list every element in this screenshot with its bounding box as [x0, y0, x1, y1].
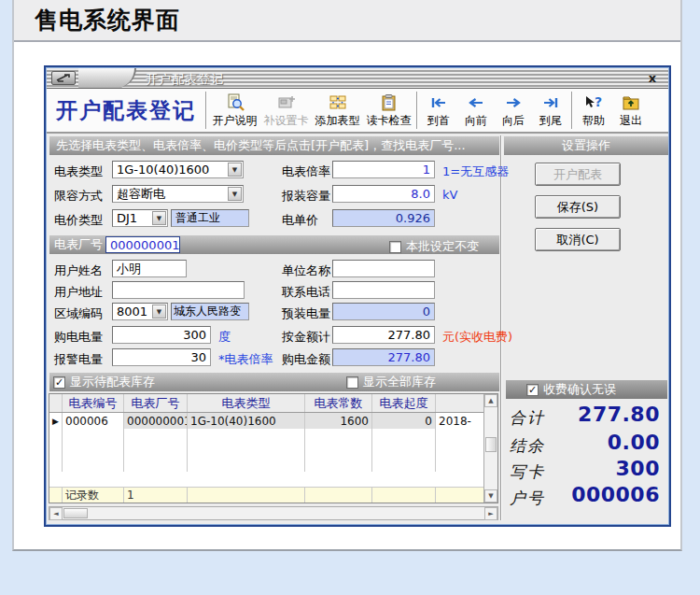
show-all-stock-option[interactable]: 显示全部库存: [346, 374, 436, 390]
price-type-label: 电价类型: [54, 212, 103, 229]
user-name-value: 小明: [117, 261, 141, 277]
header-constant[interactable]: 电表常数: [305, 394, 372, 412]
user-name-field[interactable]: 小明: [112, 260, 187, 277]
header-meter-no[interactable]: 电表编号: [63, 394, 124, 412]
show-pending-stock-checkbox[interactable]: ✓: [53, 376, 65, 389]
meter-ratio-field[interactable]: 1: [332, 161, 435, 178]
stock-bar: ✓ 显示待配表库存 显示全部库存: [49, 373, 499, 391]
org-name-field[interactable]: [332, 260, 435, 277]
toolbar-button-label: 开户说明: [213, 113, 258, 129]
purchase-amt-field: 277.80: [332, 348, 435, 366]
purchase-qty-field[interactable]: 300: [112, 326, 211, 344]
save-button[interactable]: 保存(S): [535, 195, 621, 219]
header-start[interactable]: 电表起度: [372, 394, 436, 412]
phone-field[interactable]: [332, 281, 435, 299]
goto-last-button[interactable]: 到尾: [532, 90, 569, 131]
user-name-label: 用户姓名: [54, 262, 103, 279]
help-button[interactable]: ? 帮助: [575, 90, 612, 131]
purchase-amt-value: 277.80: [388, 350, 431, 364]
next-record-button[interactable]: 向后: [495, 90, 532, 131]
capacity-field[interactable]: 8.0: [332, 185, 435, 203]
area-code-label: 区域编码: [54, 305, 103, 322]
app-icon: [51, 71, 76, 85]
toolbar-button-label: 添加表型: [315, 113, 360, 129]
factory-label: 电表厂号: [54, 236, 103, 253]
dialog-window: 开户配表登记 x 开户配表登记 开户说明 补设置卡: [44, 65, 671, 527]
preload-label: 预装电量: [282, 305, 330, 322]
page-header: 售电系统界面: [14, 0, 680, 42]
dropdown-icon[interactable]: ▼: [152, 305, 166, 319]
write-card-value: 300: [616, 457, 660, 480]
cell-date: 2018-: [436, 413, 484, 429]
record-count-label: 记录数: [63, 488, 124, 503]
price-type-value: DJ1: [117, 211, 137, 225]
batch-keep-option[interactable]: 本批设定不变: [389, 238, 479, 255]
limit-mode-select[interactable]: 超容断电 ▼: [112, 185, 244, 203]
dropdown-icon[interactable]: ▼: [228, 187, 242, 201]
area-code-select[interactable]: 8001 ▼: [112, 303, 168, 320]
scroll-down-icon[interactable]: ▼: [484, 489, 497, 503]
meter-type-select[interactable]: 1G-10(40)1600 ▼: [112, 161, 244, 178]
factory-field[interactable]: 0000000010: [105, 236, 180, 253]
table-footer-row: 记录数 1: [49, 487, 484, 503]
goto-first-button[interactable]: 到首: [420, 90, 457, 131]
assign-meter-button[interactable]: 开户配表: [535, 163, 621, 186]
table-row[interactable]: ▶ 000006 0000000010 1G-10(40)1600 1600 0…: [49, 413, 484, 429]
toolbar-brand: 开户配表登记: [47, 96, 203, 125]
alarm-qty-field[interactable]: 30: [112, 348, 211, 366]
instruction-text: 先选择电表类型、电表倍率、电价类型等后点击[开户配表]，查找电表厂号...: [56, 137, 466, 154]
open-instructions-button[interactable]: 开户说明: [209, 90, 260, 131]
limit-mode-label: 限容方式: [54, 188, 103, 205]
by-amount-label: 按金额计: [282, 329, 330, 346]
table-vertical-scrollbar[interactable]: ▲ ▼: [483, 394, 497, 503]
read-card-check-button[interactable]: 读卡检查: [363, 90, 414, 131]
confirm-bar: ✓ 收费确认无误: [506, 380, 667, 399]
close-icon[interactable]: x: [644, 70, 661, 86]
total-value: 277.80: [578, 403, 660, 426]
balance-label: 结余: [510, 435, 545, 457]
fee-confirm-checkbox[interactable]: ✓: [526, 384, 539, 396]
account-no-label: 户号: [510, 488, 545, 509]
unit-price-value: 0.926: [396, 211, 430, 225]
show-pending-stock-label: 显示待配表库存: [70, 374, 155, 390]
header-factory-no[interactable]: 电表厂号: [124, 394, 188, 412]
batch-keep-label: 本批设定不变: [406, 238, 479, 255]
toolbar-button-label: 向前: [465, 113, 487, 129]
supplement-card-button[interactable]: 补设置卡: [260, 90, 312, 131]
dropdown-icon[interactable]: ▼: [152, 211, 166, 225]
show-all-stock-checkbox[interactable]: [346, 376, 358, 389]
prev-record-button[interactable]: 向前: [457, 90, 495, 131]
page-card: 售电系统界面 开户配表登记 x 开户配表登记 开户说明: [12, 0, 682, 551]
meter-type-value: 1G-10(40)1600: [117, 163, 209, 177]
scroll-up-icon[interactable]: ▲: [484, 394, 497, 407]
toolbar-separator: [205, 92, 207, 129]
dropdown-icon[interactable]: ▼: [228, 163, 242, 177]
panel-header-bar: 设置操作: [504, 136, 668, 155]
capacity-value: 8.0: [411, 187, 430, 201]
add-meter-type-button[interactable]: 添加表型: [312, 90, 363, 131]
batch-keep-checkbox[interactable]: [389, 241, 401, 253]
write-card-label: 写卡: [510, 461, 545, 483]
table-header-row: 电表编号 电表厂号 电表类型 电表常数 电表起度: [49, 394, 484, 413]
vertical-scroll-thumb[interactable]: [485, 437, 497, 452]
prev-arrow-icon: [467, 92, 485, 113]
meter-type-label: 电表类型: [54, 163, 103, 180]
header-meter-type[interactable]: 电表类型: [188, 394, 305, 412]
show-pending-stock-option[interactable]: ✓ 显示待配表库存: [53, 374, 155, 390]
phone-label: 联系电话: [282, 284, 330, 301]
cancel-button[interactable]: 取消(C): [535, 228, 621, 251]
panel-divider: [500, 135, 502, 520]
horizontal-scroll-thumb[interactable]: [63, 508, 88, 518]
limit-mode-value: 超容断电: [117, 186, 165, 203]
toolbar-button-label: 补设置卡: [264, 113, 309, 129]
table-horizontal-scrollbar[interactable]: ◄ ►: [49, 506, 498, 520]
purchase-amt-label: 购电金额: [282, 351, 330, 368]
price-type-select[interactable]: DJ1 ▼: [112, 209, 168, 227]
by-amount-field[interactable]: 277.80: [332, 326, 435, 344]
scroll-left-icon[interactable]: ◄: [49, 507, 63, 520]
titlebar-swoosh: [78, 68, 136, 88]
address-field[interactable]: [112, 281, 245, 299]
exit-button[interactable]: 退出: [612, 90, 650, 131]
scroll-right-icon[interactable]: ►: [484, 507, 497, 520]
fee-confirm-option[interactable]: ✓ 收费确认无误: [526, 381, 616, 398]
